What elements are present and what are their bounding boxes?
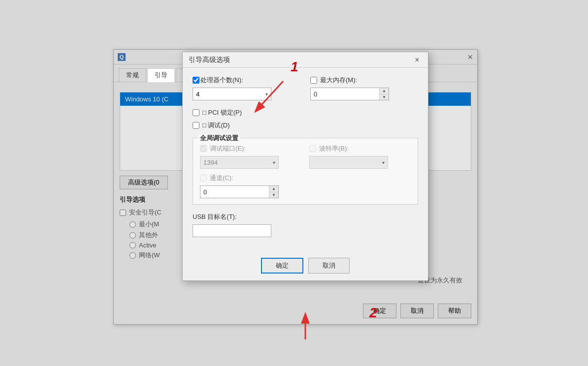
processor-count-dropdown[interactable]: 4 ▾ xyxy=(193,88,271,100)
debug-port-row: 调试端口(E): 1394 ▾ 波特率(B): xyxy=(200,144,411,169)
debug-port-checkbox-row: 调试端口(E): xyxy=(200,144,301,153)
channel-spinbox-row: ▲ ▼ xyxy=(200,185,301,198)
debug-label: □ 调试(D) xyxy=(202,121,230,130)
debug-port-arrow: ▾ xyxy=(273,160,275,165)
debug-port-label: 调试端口(E): xyxy=(210,144,246,153)
max-memory-spinbox[interactable]: ▲ ▼ xyxy=(310,88,389,100)
max-memory-label: 最大内存(M): xyxy=(320,76,357,85)
dropdown-arrow: ▾ xyxy=(265,92,268,97)
channel-col: 通道(C): ▲ ▼ xyxy=(200,174,301,198)
max-memory-col: 最大内存(M): ▲ ▼ xyxy=(310,76,418,100)
pci-lock-row: □ PCI 锁定(P) xyxy=(193,108,418,117)
modal-middle-section: □ PCI 锁定(P) □ 调试(D) xyxy=(193,108,418,130)
max-memory-row: 最大内存(M): xyxy=(310,76,418,85)
pci-lock-label: □ PCI 锁定(P) xyxy=(202,108,242,117)
spinbox-buttons: ▲ ▼ xyxy=(379,88,389,100)
channel-spinbox-up[interactable]: ▲ xyxy=(269,186,278,192)
debug-port-dropdown[interactable]: 1394 ▾ xyxy=(200,156,279,169)
modal-dialog: 引导高级选项 × 处理器个数(N): 4 ▾ xyxy=(182,52,428,281)
processor-count-checkbox[interactable] xyxy=(193,77,199,84)
debug-port-dropdown-row: 1394 ▾ xyxy=(200,156,301,169)
channel-row: 通道(C): ▲ ▼ xyxy=(200,174,411,198)
baud-rate-checkbox[interactable] xyxy=(309,145,316,152)
modal-body: 处理器个数(N): 4 ▾ 最大内存(M): xyxy=(183,68,428,253)
baud-rate-dropdown[interactable]: ▾ xyxy=(309,156,388,169)
baud-rate-label: 波特率(B): xyxy=(319,144,349,153)
usb-label: USB 目标名(T): xyxy=(193,213,418,221)
channel-spinbox-down[interactable]: ▼ xyxy=(269,192,278,198)
baud-rate-arrow: ▾ xyxy=(382,160,385,165)
debug-row: □ 调试(D) xyxy=(193,121,418,130)
channel-input[interactable] xyxy=(200,187,269,197)
global-debug-group: 全局调试设置 调试端口(E): 1394 ▾ xyxy=(193,138,418,205)
modal-footer: 确定 取消 xyxy=(183,253,428,280)
processor-dropdown-row: 4 ▾ xyxy=(193,88,300,100)
modal-title: 引导高级选项 xyxy=(189,56,230,64)
baud-rate-checkbox-row: 波特率(B): xyxy=(309,144,411,153)
spinbox-down[interactable]: ▼ xyxy=(380,94,389,100)
modal-cancel-button[interactable]: 取消 xyxy=(308,258,350,274)
pci-lock-checkbox[interactable] xyxy=(193,109,199,116)
modal-ok-button[interactable]: 确定 xyxy=(261,258,303,274)
channel-spinbox-btns: ▲ ▼ xyxy=(269,186,278,198)
global-debug-title: 全局调试设置 xyxy=(198,134,240,143)
spinbox-up[interactable]: ▲ xyxy=(380,88,389,94)
processor-count-label: 处理器个数(N): xyxy=(200,76,243,85)
modal-close-button[interactable]: × xyxy=(412,55,422,65)
channel-spinbox[interactable]: ▲ ▼ xyxy=(200,185,279,198)
processor-col: 处理器个数(N): 4 ▾ xyxy=(193,76,300,100)
max-memory-spinbox-row: ▲ ▼ xyxy=(310,88,418,100)
processor-count-row: 处理器个数(N): xyxy=(193,76,300,85)
max-memory-checkbox[interactable] xyxy=(310,77,317,84)
channel-label: 通道(C): xyxy=(210,174,233,183)
tab-boot[interactable]: 引导 xyxy=(147,68,175,82)
baud-rate-dropdown-row: ▾ xyxy=(309,156,411,169)
usb-section: USB 目标名(T): xyxy=(193,213,418,237)
baud-rate-col: 波特率(B): ▾ xyxy=(309,144,411,169)
modal-top-section: 处理器个数(N): 4 ▾ 最大内存(M): xyxy=(193,76,418,100)
modal-titlebar: 引导高级选项 × xyxy=(183,52,428,68)
debug-port-col: 调试端口(E): 1394 ▾ xyxy=(200,144,301,169)
channel-checkbox[interactable] xyxy=(200,175,207,182)
channel-checkbox-row: 通道(C): xyxy=(200,174,301,183)
debug-checkbox[interactable] xyxy=(193,122,199,129)
debug-port-checkbox[interactable] xyxy=(200,145,207,152)
max-memory-input[interactable] xyxy=(311,90,379,99)
usb-target-input[interactable] xyxy=(193,224,271,237)
